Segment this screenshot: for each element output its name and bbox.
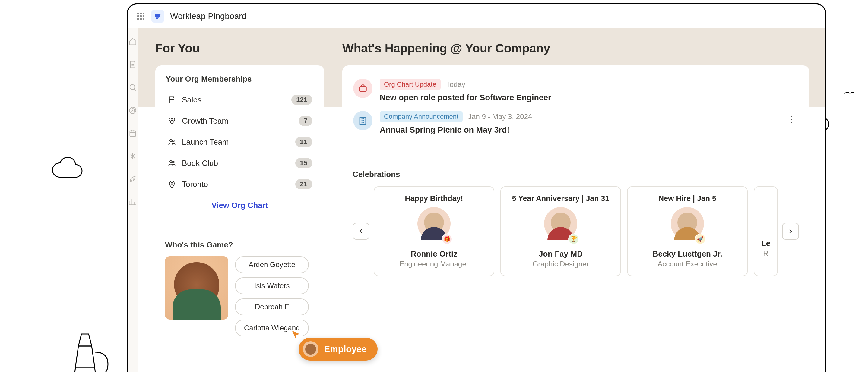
- decorative-moka-pot-icon: [63, 331, 112, 372]
- org-label: Book Club: [182, 159, 290, 168]
- celebration-heading: 5 Year Anniversary | Jan 31: [506, 194, 615, 203]
- game-option-button[interactable]: Arden Goyette: [235, 256, 309, 273]
- apps-grid-icon[interactable]: [136, 12, 145, 21]
- org-count-badge: 121: [291, 95, 312, 105]
- celebration-card-peek[interactable]: Le R: [754, 186, 778, 276]
- celebrations-title: Celebrations: [352, 170, 799, 179]
- feed-item[interactable]: Company Announcement Jan 9 - May 3, 2024…: [353, 107, 798, 139]
- svg-rect-20: [360, 117, 366, 125]
- svg-point-18: [171, 183, 173, 184]
- nav-target-icon[interactable]: [128, 105, 137, 115]
- users-icon: [167, 137, 177, 146]
- celebration-name: Le: [757, 239, 775, 248]
- clover-icon: [167, 116, 177, 126]
- org-count-badge: 11: [295, 137, 312, 147]
- feed-item[interactable]: Org Chart Update Today New open role pos…: [353, 74, 798, 107]
- happening-title: What's Happening @ Your Company: [342, 42, 809, 55]
- users-icon: [167, 159, 177, 168]
- decorative-cloud-icon: [51, 156, 91, 183]
- org-item-launch[interactable]: Launch Team 11: [165, 133, 314, 151]
- celebration-role: Graphic Designer: [506, 260, 615, 268]
- svg-point-6: [130, 85, 135, 90]
- celebration-name: Jon Fay MD: [506, 249, 615, 259]
- flag-icon: [167, 95, 177, 104]
- celebration-heading: New Hire | Jan 5: [633, 194, 742, 203]
- top-bar: Workleap Pingboard: [128, 4, 825, 28]
- svg-point-13: [170, 121, 173, 123]
- game-person-avatar: [165, 256, 228, 319]
- rocket-icon: 🚀: [695, 234, 706, 244]
- svg-point-14: [170, 140, 172, 142]
- carousel-prev-button[interactable]: [352, 223, 369, 240]
- carousel-next-button[interactable]: [782, 223, 799, 240]
- tooltip-label: Employee: [324, 344, 367, 354]
- celebration-card[interactable]: 5 Year Anniversary | Jan 31 🏆 Jon Fay MD…: [500, 186, 621, 276]
- for-you-title: For You: [155, 42, 324, 55]
- celebrations-scroll: Happy Birthday! 🎁 Ronnie Ortiz Engineeri…: [352, 186, 799, 276]
- nav-home-icon[interactable]: [128, 37, 137, 46]
- celebration-name: Becky Luettgen Jr.: [633, 249, 742, 259]
- celebration-role: R: [757, 249, 775, 258]
- feed-card: Org Chart Update Today New open role pos…: [342, 65, 809, 148]
- org-memberships-card: Your Org Memberships Sales 121 Growth Te…: [155, 65, 324, 219]
- tooltip-avatar: [303, 341, 318, 357]
- trophy-icon: 🏆: [568, 234, 579, 244]
- nav-search-icon[interactable]: [128, 82, 137, 92]
- feed-date: Today: [446, 80, 465, 89]
- nav-document-icon[interactable]: [128, 60, 137, 69]
- nav-calendar-icon[interactable]: [128, 128, 137, 138]
- celebration-card[interactable]: New Hire | Jan 5 🚀 Becky Luettgen Jr. Ac…: [627, 186, 748, 276]
- pin-icon: [167, 180, 177, 189]
- svg-point-9: [132, 110, 133, 111]
- brand-logo-icon: [151, 10, 164, 23]
- more-menu-icon[interactable]: ⋮: [787, 114, 795, 125]
- org-item-growth[interactable]: Growth Team 7: [165, 111, 314, 130]
- celebrations-card: Celebrations Happy Birthday! �: [342, 160, 809, 286]
- app-window: Workleap Pingboard For You Your Org Memb…: [127, 3, 826, 372]
- org-count-badge: 7: [299, 116, 312, 126]
- nav-sparkle-icon[interactable]: [128, 151, 137, 161]
- celebration-heading: Happy Birthday!: [380, 194, 488, 203]
- org-label: Sales: [182, 95, 286, 105]
- svg-point-8: [131, 108, 134, 112]
- cursor-icon: [291, 330, 301, 341]
- svg-rect-10: [130, 131, 136, 137]
- briefcase-icon: [353, 79, 372, 98]
- gift-icon: 🎁: [441, 234, 453, 244]
- celebration-role: Engineering Manager: [380, 260, 488, 268]
- nav-rocket-icon[interactable]: [128, 174, 137, 184]
- view-org-chart-link[interactable]: View Org Chart: [211, 201, 268, 210]
- feed-badge: Company Announcement: [380, 111, 463, 123]
- feed-badge: Org Chart Update: [380, 79, 441, 90]
- svg-point-16: [170, 161, 172, 163]
- celebration-card[interactable]: Happy Birthday! 🎁 Ronnie Ortiz Engineeri…: [374, 186, 494, 276]
- org-label: Growth Team: [182, 116, 293, 126]
- feed-item-title: Annual Spring Picnic on May 3rd!: [380, 126, 798, 135]
- org-memberships-title: Your Org Memberships: [165, 74, 314, 84]
- org-item-bookclub[interactable]: Book Club 15: [165, 154, 314, 172]
- main-content: For You Your Org Memberships Sales 121: [138, 28, 826, 372]
- game-option-button[interactable]: Debroah F: [235, 299, 309, 315]
- building-icon: [353, 111, 372, 130]
- org-count-badge: 15: [295, 158, 312, 168]
- nav-chart-icon[interactable]: [128, 197, 137, 207]
- feed-item-title: New open role posted for Software Engine…: [380, 93, 798, 102]
- game-option-button[interactable]: Isis Waters: [235, 277, 309, 294]
- for-you-column: For You Your Org Memberships Sales 121: [155, 42, 324, 345]
- org-item-sales[interactable]: Sales 121: [165, 91, 314, 109]
- feed-date: Jan 9 - May 3, 2024: [468, 112, 532, 121]
- celebration-name: Ronnie Ortiz: [380, 249, 488, 259]
- org-label: Toronto: [182, 180, 290, 189]
- org-label: Launch Team: [182, 137, 290, 147]
- svg-point-7: [130, 107, 136, 114]
- org-item-toronto[interactable]: Toronto 21: [165, 175, 314, 194]
- brand-name: Workleap Pingboard: [170, 11, 246, 21]
- decorative-bird-icon: [844, 89, 856, 99]
- celebration-role: Account Executive: [633, 260, 742, 268]
- happening-column: What's Happening @ Your Company Org Char…: [342, 42, 809, 345]
- svg-point-17: [173, 161, 174, 163]
- game-title: Who's this Game?: [165, 240, 315, 249]
- svg-rect-19: [360, 87, 367, 91]
- whos-this-game-card: Who's this Game? Arden Goyette Isis Wate…: [155, 231, 324, 345]
- employee-tooltip: Employee: [299, 338, 378, 361]
